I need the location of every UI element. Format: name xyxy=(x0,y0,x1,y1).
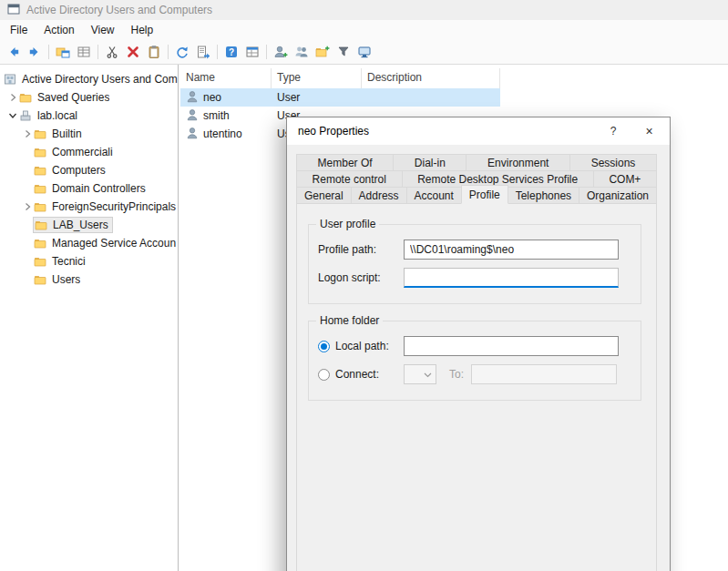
selected-tree-item[interactable]: LAB_Users xyxy=(33,217,113,233)
menu-view[interactable]: View xyxy=(83,21,123,39)
local-path-input[interactable] xyxy=(404,336,619,356)
group-label: Home folder xyxy=(316,314,383,327)
profile-path-input[interactable] xyxy=(404,240,619,260)
tab-member-of[interactable]: Member Of xyxy=(296,154,394,171)
list-row-neo[interactable]: neo User xyxy=(180,88,500,107)
menu-help[interactable]: Help xyxy=(123,21,162,39)
logon-script-input[interactable] xyxy=(404,268,619,288)
folder-icon xyxy=(34,237,48,250)
row-name: neo xyxy=(203,91,221,104)
tree-item-domain-controllers[interactable]: Domain Controllers xyxy=(0,179,178,198)
tab-profile[interactable]: Profile xyxy=(461,185,508,204)
tree-item-commerciali[interactable]: Commerciali xyxy=(0,143,178,161)
folder-icon xyxy=(34,273,48,286)
toolbar: ? xyxy=(0,40,728,65)
new-user-icon[interactable] xyxy=(271,42,291,62)
tab-environment[interactable]: Environment xyxy=(466,154,570,171)
tab-organization[interactable]: Organization xyxy=(579,187,657,204)
back-icon[interactable] xyxy=(4,42,24,62)
paste-icon[interactable] xyxy=(144,42,164,62)
cut-icon[interactable] xyxy=(102,42,122,62)
app-icon xyxy=(7,3,20,18)
tree-item-saved-queries[interactable]: Saved Queries xyxy=(0,88,178,107)
user-icon xyxy=(186,90,199,106)
to-label: To: xyxy=(449,368,464,381)
tree-item-users[interactable]: Users xyxy=(0,270,178,289)
tab-dial-in[interactable]: Dial-in xyxy=(393,154,467,171)
tree-item-label: Builtin xyxy=(48,127,82,140)
menu-action[interactable]: Action xyxy=(36,21,82,39)
chevron-right-icon[interactable] xyxy=(20,128,34,139)
help-icon[interactable]: ? xyxy=(221,42,241,62)
tab-remote-control[interactable]: Remote control xyxy=(296,170,403,188)
tree-item-label: Domain Controllers xyxy=(48,182,146,195)
column-header-description[interactable]: Description xyxy=(362,68,500,88)
tree-item-builtin[interactable]: Builtin xyxy=(0,125,178,143)
tree-item-lab-local[interactable]: lab.local xyxy=(0,107,178,125)
menu-file[interactable]: File xyxy=(2,21,36,39)
toolbar-separator xyxy=(266,45,267,59)
toolbar-separator xyxy=(97,45,98,59)
chevron-right-icon[interactable] xyxy=(5,92,19,103)
tab-strip: Member Of Dial-in Environment Sessions R… xyxy=(296,154,657,204)
user-profile-group: User profile Profile path: Logon script: xyxy=(308,224,641,304)
row-type: User xyxy=(272,91,362,104)
filter-icon[interactable] xyxy=(333,42,354,62)
local-path-radio[interactable] xyxy=(318,341,330,352)
aduc-root-icon xyxy=(4,73,18,86)
tree-item-computers[interactable]: Computers xyxy=(0,161,178,179)
local-path-label: Local path: xyxy=(335,340,404,352)
refresh-icon[interactable] xyxy=(172,42,192,62)
connect-radio[interactable] xyxy=(318,369,330,381)
group-label: User profile xyxy=(316,218,379,230)
export-list-icon[interactable] xyxy=(193,42,213,62)
toolbar-separator xyxy=(48,45,49,59)
tab-telephones[interactable]: Telephones xyxy=(508,187,579,204)
dialog-close-button[interactable]: × xyxy=(629,117,670,145)
dialog-titlebar: neo Properties ? × xyxy=(287,117,670,145)
new-ou-icon[interactable] xyxy=(313,42,333,62)
tree-item-label: ForeignSecurityPrincipals xyxy=(48,200,176,213)
chevron-right-icon[interactable] xyxy=(20,201,34,212)
connect-label: Connect: xyxy=(335,368,404,381)
row-name: smith xyxy=(203,109,230,122)
toolbar-separator xyxy=(217,45,218,59)
tree-item-label: Users xyxy=(48,273,80,286)
tab-general[interactable]: General xyxy=(296,187,352,204)
chevron-down-icon[interactable] xyxy=(5,110,19,121)
delete-icon[interactable] xyxy=(123,42,143,62)
chevron-down-icon xyxy=(424,368,432,381)
tree-item-lab-users[interactable]: LAB_Users xyxy=(0,216,178,234)
tree-item-foreign-security-principals[interactable]: ForeignSecurityPrincipals xyxy=(0,198,178,216)
tree-item-managed-service-accounts[interactable]: Managed Service Accoun xyxy=(0,234,178,252)
tree-item-label: lab.local xyxy=(34,109,77,122)
tab-sessions[interactable]: Sessions xyxy=(569,154,657,171)
folder-icon xyxy=(34,127,48,140)
list-header: Name Type Description xyxy=(180,68,728,88)
folder-icon xyxy=(34,164,48,177)
new-group-icon[interactable] xyxy=(292,42,312,62)
change-domain-controller-icon[interactable] xyxy=(354,42,374,62)
properties-icon[interactable] xyxy=(242,42,262,62)
show-console-tree-icon[interactable] xyxy=(53,42,73,62)
window-title: Active Directory Users and Computers xyxy=(26,4,212,16)
folder-icon xyxy=(34,146,48,158)
tree-item-label: Active Directory Users and Com xyxy=(18,73,178,86)
folder-icon xyxy=(19,91,34,104)
tree-item-tecnici[interactable]: Tecnici xyxy=(0,252,178,270)
user-icon xyxy=(186,108,199,124)
row-name: utentino xyxy=(203,127,242,140)
list-view-icon[interactable] xyxy=(74,42,94,62)
tree-item-label: Managed Service Accoun xyxy=(48,237,176,250)
tab-address[interactable]: Address xyxy=(351,187,407,204)
dialog-title: neo Properties xyxy=(287,117,598,145)
forward-icon[interactable] xyxy=(25,42,45,62)
tab-com-plus[interactable]: COM+ xyxy=(593,170,657,188)
folder-icon xyxy=(34,200,48,213)
tree-item-root[interactable]: Active Directory Users and Com xyxy=(0,70,178,88)
dialog-help-button[interactable]: ? xyxy=(598,117,629,145)
column-header-name[interactable]: Name xyxy=(180,68,272,88)
tab-account[interactable]: Account xyxy=(406,187,462,204)
tree-item-label: Saved Queries xyxy=(34,91,109,104)
column-header-type[interactable]: Type xyxy=(272,68,362,88)
